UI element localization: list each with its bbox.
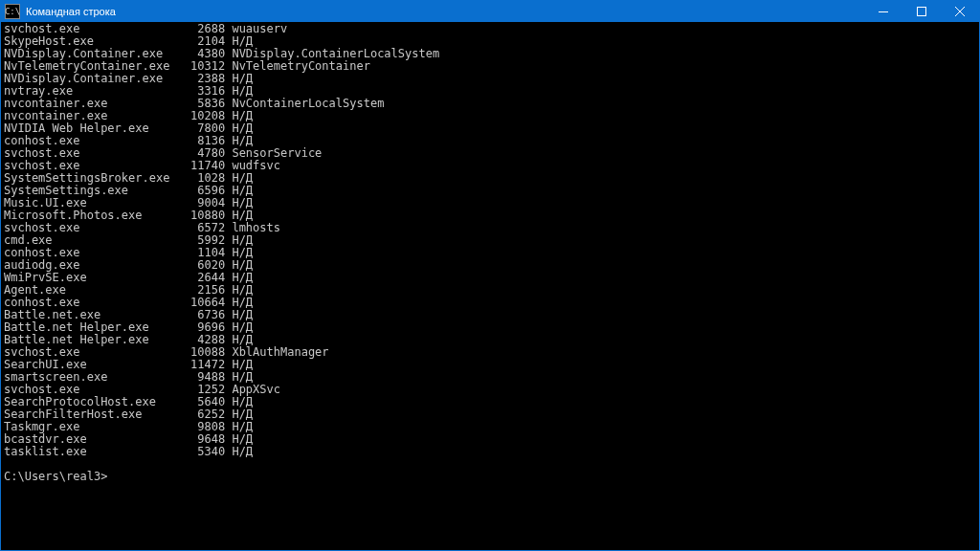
command-prompt-window: C:\ Командная строка svchost.exe 2688 wu… [0,0,980,551]
minimize-button[interactable] [864,1,902,22]
close-icon [955,7,965,16]
maximize-button[interactable] [902,1,941,22]
minimize-icon [879,7,888,16]
prompt-text: C:\Users\real3> [4,470,107,483]
process-row: tasklist.exe 5340 Н/Д [4,446,976,458]
close-button[interactable] [941,1,979,22]
titlebar[interactable]: C:\ Командная строка [1,1,979,22]
cmd-icon: C:\ [5,4,20,19]
terminal-output[interactable]: svchost.exe 2688 wuauservSkypeHost.exe 2… [1,22,979,550]
svg-rect-0 [918,8,926,16]
window-title: Командная строка [24,6,116,17]
maximize-icon [917,7,926,16]
prompt-line[interactable]: C:\Users\real3> [4,471,976,483]
